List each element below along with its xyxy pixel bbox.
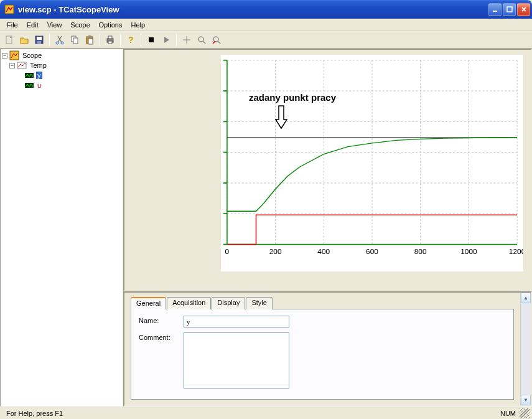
collapse-icon[interactable]: − bbox=[2, 53, 7, 59]
window-title: view.scp - TCatScopeView bbox=[17, 5, 488, 14]
status-bar: For Help, press F1 NUM bbox=[0, 407, 532, 419]
comment-label: Comment: bbox=[139, 332, 184, 341]
open-icon[interactable] bbox=[17, 33, 31, 47]
svg-text:600: 600 bbox=[366, 248, 378, 255]
tree-label: Temp bbox=[29, 62, 48, 69]
signal-icon bbox=[24, 80, 34, 90]
tree-label: u bbox=[36, 82, 42, 89]
resize-grip-icon[interactable] bbox=[520, 408, 530, 418]
tab-style[interactable]: Style bbox=[246, 297, 272, 309]
menu-help[interactable]: Help bbox=[126, 20, 149, 30]
svg-point-19 bbox=[198, 37, 203, 42]
name-input[interactable] bbox=[184, 316, 289, 327]
menu-edit[interactable]: Edit bbox=[22, 20, 43, 30]
maximize-button[interactable] bbox=[503, 3, 516, 16]
svg-text:?: ? bbox=[128, 35, 134, 45]
svg-rect-6 bbox=[37, 41, 41, 44]
svg-rect-10 bbox=[73, 38, 78, 44]
scroll-down-icon[interactable]: ▼ bbox=[521, 395, 531, 405]
toolbar: ? bbox=[0, 31, 532, 49]
status-num: NUM bbox=[497, 409, 520, 418]
chart-annotation: zadany punkt pracy bbox=[249, 92, 336, 103]
svg-rect-5 bbox=[37, 37, 42, 40]
stop-icon[interactable] bbox=[144, 33, 158, 47]
scroll-track[interactable] bbox=[521, 303, 531, 395]
tree-node-scope[interactable]: − Scope bbox=[2, 50, 121, 60]
tab-general[interactable]: General bbox=[131, 297, 166, 309]
svg-rect-13 bbox=[88, 35, 91, 37]
scope-icon bbox=[9, 50, 19, 60]
svg-text:1000: 1000 bbox=[460, 248, 477, 255]
tree-leaf-y[interactable]: y bbox=[2, 70, 121, 80]
tree-label: Scope bbox=[21, 52, 43, 59]
vertical-scrollbar[interactable]: ▲ ▼ bbox=[520, 293, 531, 405]
menu-file[interactable]: File bbox=[2, 20, 22, 30]
comment-input[interactable] bbox=[184, 332, 289, 388]
tree-label: y bbox=[36, 72, 42, 79]
name-label: Name: bbox=[139, 316, 184, 324]
scroll-up-icon[interactable]: ▲ bbox=[521, 293, 531, 303]
svg-rect-16 bbox=[108, 41, 112, 44]
svg-text:0: 0 bbox=[225, 248, 230, 255]
cut-icon[interactable] bbox=[53, 33, 67, 47]
menu-scope[interactable]: Scope bbox=[66, 20, 94, 30]
menu-options[interactable]: Options bbox=[95, 20, 127, 30]
status-help: For Help, press F1 bbox=[2, 409, 67, 418]
chart-icon bbox=[17, 60, 27, 70]
svg-rect-15 bbox=[108, 36, 112, 39]
chart[interactable]: 020040060080010001200 bbox=[221, 55, 523, 271]
tree-panel[interactable]: − Scope − Temp y u bbox=[0, 49, 123, 407]
tree-leaf-u[interactable]: u bbox=[2, 80, 121, 90]
print-icon[interactable] bbox=[103, 33, 117, 47]
menu-view[interactable]: View bbox=[43, 20, 67, 30]
chart-area: 020040060080010001200 zadany punkt pracy bbox=[123, 49, 532, 291]
new-icon[interactable] bbox=[2, 33, 16, 47]
menu-bar: File Edit View Scope Options Help bbox=[0, 19, 532, 31]
svg-text:1200: 1200 bbox=[509, 248, 523, 255]
svg-rect-2 bbox=[507, 7, 512, 12]
crosshair-icon[interactable] bbox=[180, 33, 194, 47]
properties-panel: General Acquisition Display Style Name: … bbox=[123, 291, 532, 407]
tab-display[interactable]: Display bbox=[212, 297, 245, 309]
play-icon[interactable] bbox=[159, 33, 173, 47]
svg-rect-0 bbox=[5, 5, 14, 14]
copy-icon[interactable] bbox=[68, 33, 82, 47]
svg-point-7 bbox=[56, 42, 58, 44]
tab-acquisition[interactable]: Acquisition bbox=[167, 297, 211, 309]
tab-row: General Acquisition Display Style bbox=[131, 296, 514, 309]
zoom-reset-icon[interactable] bbox=[210, 33, 223, 47]
tree-node-temp[interactable]: − Temp bbox=[2, 60, 121, 70]
save-icon[interactable] bbox=[32, 33, 46, 47]
svg-rect-18 bbox=[149, 37, 154, 42]
signal-icon bbox=[24, 70, 34, 80]
svg-point-20 bbox=[213, 37, 218, 42]
close-button[interactable] bbox=[517, 3, 530, 16]
svg-rect-12 bbox=[88, 39, 93, 44]
svg-rect-1 bbox=[493, 11, 497, 12]
svg-rect-21 bbox=[10, 51, 19, 60]
arrow-down-icon bbox=[275, 105, 287, 129]
help-icon[interactable]: ? bbox=[124, 33, 138, 47]
svg-point-8 bbox=[61, 42, 63, 44]
svg-text:200: 200 bbox=[269, 248, 282, 255]
minimize-button[interactable] bbox=[488, 3, 502, 16]
title-bar: view.scp - TCatScopeView bbox=[0, 0, 532, 19]
zoom-icon[interactable] bbox=[195, 33, 208, 47]
app-icon bbox=[4, 4, 14, 14]
tab-content: Name: Comment: bbox=[131, 309, 514, 400]
svg-text:800: 800 bbox=[414, 248, 427, 255]
collapse-icon[interactable]: − bbox=[9, 63, 15, 68]
svg-text:400: 400 bbox=[317, 248, 330, 255]
paste-icon[interactable] bbox=[83, 33, 96, 47]
